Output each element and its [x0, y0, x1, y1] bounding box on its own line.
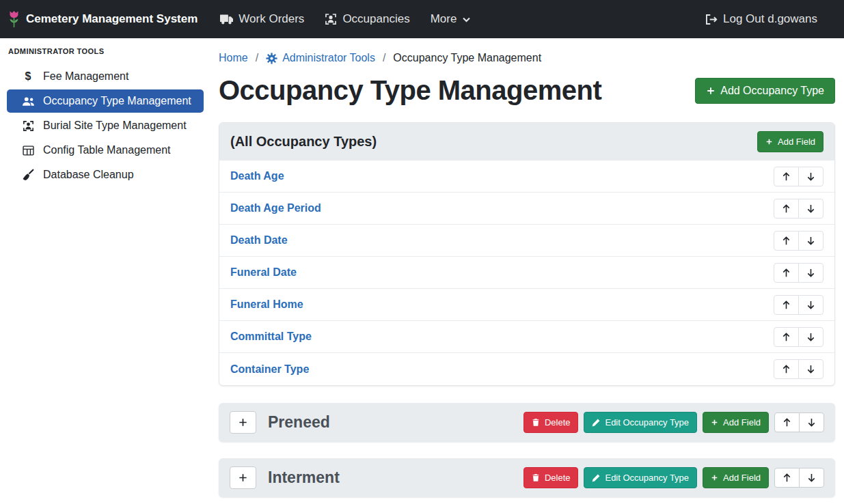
reorder-buttons — [774, 412, 824, 432]
logout-label: Log Out d.gowans — [723, 12, 817, 26]
page-title: Occupancy Type Management — [219, 75, 601, 106]
move-up-button[interactable] — [774, 295, 799, 315]
delete-button[interactable]: Delete — [523, 412, 579, 433]
delete-button[interactable]: Delete — [523, 467, 579, 488]
reorder-buttons — [774, 231, 823, 251]
reorder-buttons — [774, 359, 823, 379]
edit-occupancy-type-label: Edit Occupancy Type — [605, 473, 689, 483]
breadcrumb-administrator-tools-label: Administrator Tools — [282, 52, 375, 64]
broom-icon — [21, 169, 36, 181]
sidebar-item-burial-site-type-management[interactable]: Burial Site Type Management — [7, 114, 204, 137]
plus-icon — [238, 417, 248, 428]
move-down-button[interactable] — [798, 263, 823, 283]
delete-label: Delete — [545, 417, 571, 428]
move-up-button[interactable] — [774, 199, 799, 219]
move-up-button[interactable] — [774, 167, 799, 186]
pencil-icon — [592, 419, 600, 427]
plus-icon — [711, 474, 718, 481]
move-down-button[interactable] — [798, 327, 823, 347]
move-down-button[interactable] — [798, 359, 823, 379]
move-up-button[interactable] — [774, 412, 800, 432]
breadcrumb-separator: / — [383, 52, 385, 64]
field-link-committal-type[interactable]: Committal Type — [230, 331, 312, 343]
add-field-button[interactable]: Add Field — [703, 467, 769, 488]
add-occupancy-type-button[interactable]: Add Occupancy Type — [695, 78, 835, 104]
layout: Administrator Tools $ Fee Management Occ… — [0, 38, 844, 504]
nav-more-label: More — [431, 12, 457, 26]
brand-link[interactable]: Cemetery Management System — [8, 10, 198, 29]
move-down-button[interactable] — [799, 412, 824, 432]
section-actions: Delete Edit Occupancy Type Add Field — [523, 412, 824, 433]
sidebar-item-database-cleanup[interactable]: Database Cleanup — [7, 163, 204, 186]
edit-occupancy-type-button[interactable]: Edit Occupancy Type — [584, 467, 697, 488]
edit-occupancy-type-button[interactable]: Edit Occupancy Type — [584, 412, 697, 433]
gear-icon — [266, 53, 277, 64]
reorder-buttons — [774, 468, 824, 488]
person-bounding-box-icon — [325, 13, 337, 25]
field-link-death-date[interactable]: Death Date — [230, 234, 288, 247]
expand-section-button[interactable] — [230, 466, 256, 489]
reorder-buttons — [774, 263, 823, 283]
all-occupancy-types-title: (All Occupancy Types) — [230, 134, 377, 150]
logout-link[interactable]: Log Out d.gowans — [694, 5, 828, 33]
page-head: Occupancy Type Management Add Occupancy … — [219, 75, 835, 106]
breadcrumb-administrator-tools[interactable]: Administrator Tools — [266, 52, 375, 64]
field-row: Funeral Date — [219, 257, 834, 289]
dollar-icon: $ — [21, 70, 36, 83]
reorder-buttons — [774, 327, 823, 347]
add-occupancy-type-label: Add Occupancy Type — [720, 85, 824, 97]
add-field-button[interactable]: Add Field — [757, 131, 823, 152]
nav-occupancies[interactable]: Occupancies — [314, 5, 420, 33]
trash-icon — [532, 473, 540, 482]
section-actions: Delete Edit Occupancy Type Add Field — [523, 467, 824, 488]
field-row: Committal Type — [219, 321, 834, 353]
move-up-button[interactable] — [774, 468, 800, 488]
sidebar-heading: Administrator Tools — [0, 47, 210, 64]
field-row: Death Age Period — [219, 193, 834, 225]
breadcrumb: Home / — [219, 52, 835, 64]
all-occupancy-types-card: (All Occupancy Types) Add Field Death Ag… — [219, 122, 835, 386]
section-title: Preneed — [268, 413, 330, 432]
nav-more[interactable]: More — [420, 5, 482, 33]
field-link-funeral-date[interactable]: Funeral Date — [230, 266, 297, 279]
expand-section-button[interactable] — [230, 411, 256, 434]
move-down-button[interactable] — [799, 468, 824, 488]
field-row: Death Age — [219, 160, 834, 193]
sidebar-item-label: Occupancy Type Management — [43, 95, 191, 107]
section-title: Interment — [268, 468, 340, 487]
work-orders-truck-icon — [220, 14, 233, 25]
move-up-button[interactable] — [774, 263, 799, 283]
breadcrumb-home[interactable]: Home — [219, 52, 248, 64]
move-down-button[interactable] — [798, 199, 823, 219]
sidebar-item-occupancy-type-management[interactable]: Occupancy Type Management — [7, 89, 204, 113]
flower-logo-icon — [8, 10, 20, 29]
field-link-death-age-period[interactable]: Death Age Period — [230, 202, 321, 214]
move-down-button[interactable] — [798, 295, 823, 315]
field-row: Funeral Home — [219, 289, 834, 321]
sidebar-item-fee-management[interactable]: $ Fee Management — [7, 65, 204, 88]
logout-icon — [705, 13, 718, 26]
edit-occupancy-type-label: Edit Occupancy Type — [605, 417, 689, 428]
field-link-death-age[interactable]: Death Age — [230, 170, 284, 182]
move-down-button[interactable] — [798, 231, 823, 251]
occupancy-type-section-interment: Interment Delete Edit Occupancy Type — [219, 458, 835, 497]
move-down-button[interactable] — [798, 167, 823, 186]
plus-icon — [238, 473, 248, 483]
move-up-button[interactable] — [774, 359, 799, 379]
move-up-button[interactable] — [774, 327, 799, 347]
field-link-container-type[interactable]: Container Type — [230, 363, 309, 376]
occupancy-type-section-preneed: Preneed Delete Edit Occupancy Type — [219, 403, 835, 442]
brand-title: Cemetery Management System — [26, 12, 198, 26]
breadcrumb-separator: / — [256, 52, 258, 64]
add-field-label: Add Field — [778, 137, 815, 147]
move-up-button[interactable] — [774, 231, 799, 251]
plus-icon — [711, 419, 718, 426]
delete-label: Delete — [545, 473, 571, 483]
nav-work-orders[interactable]: Work Orders — [210, 5, 314, 33]
breadcrumb-current: Occupancy Type Management — [393, 52, 541, 64]
sidebar: Administrator Tools $ Fee Management Occ… — [0, 38, 210, 504]
add-field-button[interactable]: Add Field — [703, 412, 769, 433]
breadcrumb-home-label: Home — [219, 52, 248, 64]
field-link-funeral-home[interactable]: Funeral Home — [230, 298, 303, 311]
sidebar-item-config-table-management[interactable]: Config Table Management — [7, 139, 204, 162]
